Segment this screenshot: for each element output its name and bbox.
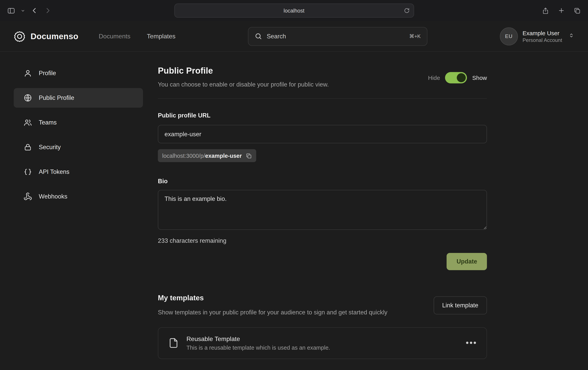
template-card: Reusable Template This is a reusable tem…: [158, 327, 487, 359]
file-icon: [168, 337, 179, 349]
lock-icon: [23, 143, 32, 152]
account-name: Example User: [523, 30, 562, 36]
documenso-logo-icon: [14, 30, 25, 42]
back-button-icon[interactable]: [31, 7, 38, 14]
main-nav: Documents Templates: [99, 33, 176, 40]
app-window: localhost Documen: [0, 0, 588, 370]
bio-textarea[interactable]: This is an example bio.: [158, 190, 487, 230]
template-options-ellipsis-icon[interactable]: •••: [466, 339, 477, 347]
nav-templates[interactable]: Templates: [147, 33, 176, 40]
sidebar-item-label: Profile: [39, 70, 56, 77]
url-field-label: Public profile URL: [158, 112, 487, 119]
sidebar-item-label: Webhooks: [39, 193, 67, 200]
reload-icon[interactable]: [404, 8, 410, 13]
templates-section-title: My templates: [158, 294, 388, 302]
avatar: EU: [500, 27, 518, 45]
search-input[interactable]: [267, 33, 404, 40]
address-bar-url: localhost: [284, 8, 304, 13]
public-profile-url-input[interactable]: [158, 125, 487, 143]
show-label: Show: [472, 74, 487, 81]
profile-visibility-toggle-group: Hide Show: [428, 72, 487, 83]
sidebar-chevron-down-icon[interactable]: [21, 8, 25, 13]
global-search[interactable]: ⌘+K: [248, 27, 427, 46]
profile-visibility-switch[interactable]: [445, 72, 467, 83]
sidebar-item-label: Teams: [39, 119, 57, 126]
forward-button-icon[interactable]: [44, 7, 52, 14]
globe-icon: [23, 93, 32, 102]
profile-link-prefix: localhost:3000/p/: [162, 153, 205, 159]
sidebar-item-label: API Tokens: [39, 168, 69, 175]
tab-overview-icon[interactable]: [574, 7, 581, 14]
copy-icon[interactable]: [246, 153, 252, 159]
sidebar-item-label: Public Profile: [39, 94, 74, 101]
search-shortcut: ⌘+K: [409, 33, 421, 39]
characters-remaining: 233 characters remaining: [158, 237, 487, 244]
nav-documents[interactable]: Documents: [99, 33, 130, 40]
search-icon: [255, 32, 262, 40]
sidebar-item-webhooks[interactable]: Webhooks: [14, 187, 143, 206]
profile-link-slug: example-user: [205, 153, 242, 159]
sidebar-item-api-tokens[interactable]: API Tokens: [14, 162, 143, 182]
sidebar-toggle-icon[interactable]: [7, 6, 15, 15]
browser-toolbar: localhost: [0, 0, 588, 21]
sidebar-item-label: Security: [39, 144, 61, 151]
template-name: Reusable Template: [187, 335, 330, 342]
bio-field-label: Bio: [158, 178, 487, 185]
account-type: Personal Account: [523, 37, 562, 43]
page-subtitle: You can choose to enable or disable your…: [158, 81, 329, 88]
switch-knob: [457, 73, 466, 82]
new-tab-plus-icon[interactable]: [558, 7, 565, 14]
link-template-button[interactable]: Link template: [434, 296, 487, 314]
webhook-icon: [23, 192, 32, 201]
users-icon: [23, 118, 32, 127]
sidebar-item-profile[interactable]: Profile: [14, 63, 143, 83]
brand-name: Documenso: [31, 31, 78, 41]
template-description: This is a reusable template which is use…: [187, 344, 330, 351]
account-menu[interactable]: EU Example User Personal Account: [500, 27, 574, 45]
chevrons-up-down-icon: [568, 32, 574, 40]
templates-section-description: Show templates in your public profile fo…: [158, 307, 388, 317]
settings-content: Public Profile You can choose to enable …: [158, 52, 487, 370]
share-icon[interactable]: [542, 7, 549, 14]
sidebar-item-teams[interactable]: Teams: [14, 113, 143, 132]
brand[interactable]: Documenso: [14, 30, 78, 42]
settings-sidebar: Profile Public Profile Teams Security AP…: [14, 63, 143, 206]
sidebar-item-security[interactable]: Security: [14, 137, 143, 157]
page-title: Public Profile: [158, 66, 329, 76]
address-bar[interactable]: localhost: [174, 3, 414, 18]
braces-icon: [23, 168, 32, 176]
profile-link-copy[interactable]: localhost:3000/p/example-user: [158, 149, 256, 162]
hide-label: Hide: [428, 74, 440, 81]
user-icon: [23, 69, 32, 78]
app-header: Documenso Documents Templates ⌘+K EU Exa…: [0, 21, 588, 52]
update-button[interactable]: Update: [447, 253, 487, 270]
section-divider: [158, 98, 487, 99]
sidebar-item-public-profile[interactable]: Public Profile: [14, 88, 143, 108]
